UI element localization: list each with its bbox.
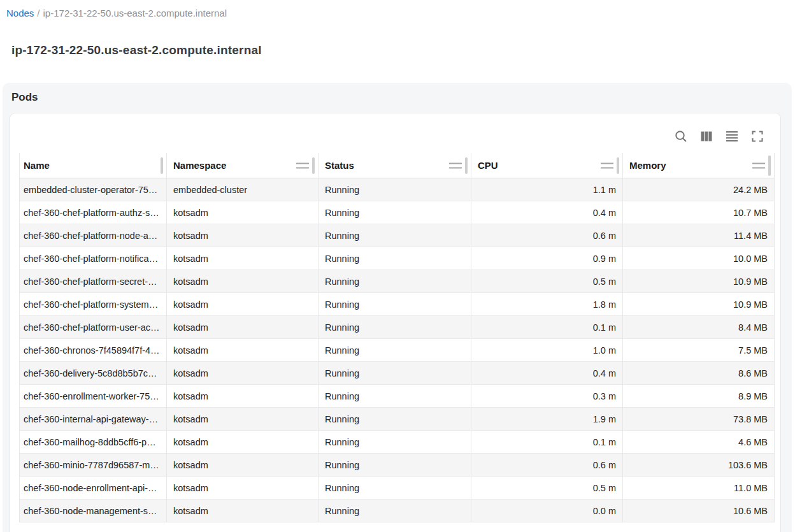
table-row: chef-360-delivery-5c8d8b5b7c-r… kotsadm … — [19, 362, 775, 385]
table-row: chef-360-mailhog-8ddb5cff6-pb… kotsadm R… — [19, 431, 775, 454]
table-row: chef-360-chef-platform-system-… kotsadm … — [19, 293, 775, 316]
column-drag-handle[interactable] — [601, 162, 613, 168]
column-header-name[interactable]: Name — [19, 153, 167, 178]
column-header-status[interactable]: Status — [319, 153, 471, 178]
pod-memory-cell: 11.4 MB — [623, 224, 775, 247]
pod-cpu-cell: 1.0 m — [471, 339, 623, 362]
pod-name-cell: chef-360-chef-platform-system-… — [19, 293, 167, 316]
pod-memory-cell: 8.4 MB — [623, 316, 775, 339]
column-header-memory[interactable]: Memory — [623, 153, 775, 178]
pod-status-cell: Running — [319, 477, 471, 500]
pod-memory-cell: 10.9 MB — [623, 270, 775, 293]
pod-status-cell: Running — [319, 316, 471, 339]
pod-name-cell: embedded-cluster-operator-758… — [19, 178, 167, 201]
pod-memory-cell: 4.6 MB — [623, 431, 775, 454]
column-resize-handle[interactable] — [465, 157, 468, 174]
pod-memory-cell: 10.9 MB — [623, 293, 775, 316]
pod-namespace-cell: kotsadm — [167, 339, 319, 362]
search-button[interactable] — [668, 124, 694, 149]
pod-name-cell: chef-360-chef-platform-notificati… — [19, 247, 167, 270]
table-row: chef-360-chef-platform-user-acc… kotsadm… — [19, 316, 775, 339]
pod-name-cell: chef-360-node-management-ser… — [19, 500, 167, 522]
pod-name-cell: chef-360-chronos-7f45894f7f-4s… — [19, 339, 167, 362]
pod-namespace-cell: kotsadm — [167, 362, 319, 385]
table-row: chef-360-minio-7787d96587-mk… kotsadm Ru… — [19, 454, 775, 477]
breadcrumb: Nodes/ip-172-31-22-50.us-east-2.compute.… — [6, 8, 227, 18]
node-detail-page: Nodes/ip-172-31-22-50.us-east-2.compute.… — [0, 0, 802, 532]
pod-cpu-cell: 1.1 m — [471, 178, 623, 201]
pod-cpu-cell: 0.6 m — [471, 454, 623, 477]
fullscreen-icon — [750, 129, 765, 144]
pod-namespace-cell: kotsadm — [167, 224, 319, 247]
pod-cpu-cell: 1.8 m — [471, 293, 623, 316]
table-row: chef-360-chef-platform-notificati… kotsa… — [19, 247, 775, 270]
pod-memory-cell: 10.7 MB — [623, 201, 775, 224]
show-hide-columns-button[interactable] — [694, 124, 719, 149]
breadcrumb-nodes-link[interactable]: Nodes — [6, 8, 34, 18]
table-row: embedded-cluster-operator-758… embedded-… — [19, 178, 775, 201]
column-header-namespace[interactable]: Namespace — [167, 153, 319, 178]
pod-name-cell: chef-360-chef-platform-user-acc… — [19, 316, 167, 339]
pod-namespace-cell: embedded-cluster — [167, 178, 319, 201]
pod-cpu-cell: 0.0 m — [471, 500, 623, 522]
view-columns-icon — [699, 129, 714, 144]
pod-name-cell: chef-360-chef-platform-authz-se… — [19, 201, 167, 224]
column-resize-handle[interactable] — [768, 155, 771, 176]
pod-status-cell: Running — [319, 339, 471, 362]
column-resize-handle[interactable] — [312, 157, 315, 174]
pod-status-cell: Running — [319, 178, 471, 201]
table-row: chef-360-node-management-ser… kotsadm Ru… — [19, 500, 775, 522]
column-drag-handle[interactable] — [449, 162, 462, 168]
pod-memory-cell: 8.6 MB — [623, 362, 775, 385]
pod-memory-cell: 7.5 MB — [623, 339, 775, 362]
pod-namespace-cell: kotsadm — [167, 431, 319, 454]
toggle-density-button[interactable] — [719, 124, 745, 149]
pod-namespace-cell: kotsadm — [167, 477, 319, 500]
pod-namespace-cell: kotsadm — [167, 293, 319, 316]
pod-name-cell: chef-360-delivery-5c8d8b5b7c-r… — [19, 362, 167, 385]
pods-section-title: Pods — [11, 91, 38, 104]
table-row: chef-360-internal-api-gateway-6… kotsadm… — [19, 408, 775, 431]
pod-cpu-cell: 1.9 m — [471, 408, 623, 431]
pod-cpu-cell: 0.5 m — [471, 270, 623, 293]
pod-namespace-cell: kotsadm — [167, 500, 319, 522]
column-header-cpu[interactable]: CPU — [471, 153, 623, 178]
pod-status-cell: Running — [319, 385, 471, 408]
pod-status-cell: Running — [319, 201, 471, 224]
table-row: chef-360-chronos-7f45894f7f-4s… kotsadm … — [19, 339, 775, 362]
breadcrumb-separator: / — [37, 8, 39, 18]
column-resize-handle[interactable] — [161, 157, 163, 174]
pod-memory-cell: 8.9 MB — [623, 385, 775, 408]
column-drag-handle[interactable] — [752, 162, 765, 168]
pod-cpu-cell: 0.6 m — [471, 224, 623, 247]
table-toolbar — [668, 124, 770, 149]
pod-namespace-cell: kotsadm — [167, 385, 319, 408]
pod-cpu-cell: 0.4 m — [471, 362, 623, 385]
pod-name-cell: chef-360-chef-platform-node-ac… — [19, 224, 167, 247]
table-row: chef-360-node-enrollment-api-7… kotsadm … — [19, 477, 775, 500]
breadcrumb-current: ip-172-31-22-50.us-east-2.compute.intern… — [43, 8, 227, 18]
pod-namespace-cell: kotsadm — [167, 454, 319, 477]
pod-status-cell: Running — [319, 431, 471, 454]
pod-namespace-cell: kotsadm — [167, 201, 319, 224]
column-label: Memory — [629, 160, 666, 171]
column-label: Status — [325, 160, 354, 171]
column-label: CPU — [478, 160, 498, 171]
toggle-fullscreen-button[interactable] — [745, 124, 770, 149]
pod-status-cell: Running — [319, 500, 471, 522]
pod-memory-cell: 73.8 MB — [623, 408, 775, 431]
pod-status-cell: Running — [319, 270, 471, 293]
column-drag-handle[interactable] — [296, 162, 309, 168]
pods-section-card: Pods — [3, 83, 792, 532]
pod-status-cell: Running — [319, 408, 471, 431]
pod-namespace-cell: kotsadm — [167, 408, 319, 431]
pod-memory-cell: 10.0 MB — [623, 247, 775, 270]
table-row: chef-360-chef-platform-secret-s… kotsadm… — [19, 270, 775, 293]
pods-table-container: Name Namespace Status — [19, 153, 775, 522]
pod-cpu-cell: 0.1 m — [471, 316, 623, 339]
pod-name-cell: chef-360-mailhog-8ddb5cff6-pb… — [19, 431, 167, 454]
pod-memory-cell: 103.6 MB — [623, 454, 775, 477]
column-resize-handle[interactable] — [617, 157, 619, 174]
pod-cpu-cell: 0.9 m — [471, 247, 623, 270]
pod-name-cell: chef-360-minio-7787d96587-mk… — [19, 454, 167, 477]
